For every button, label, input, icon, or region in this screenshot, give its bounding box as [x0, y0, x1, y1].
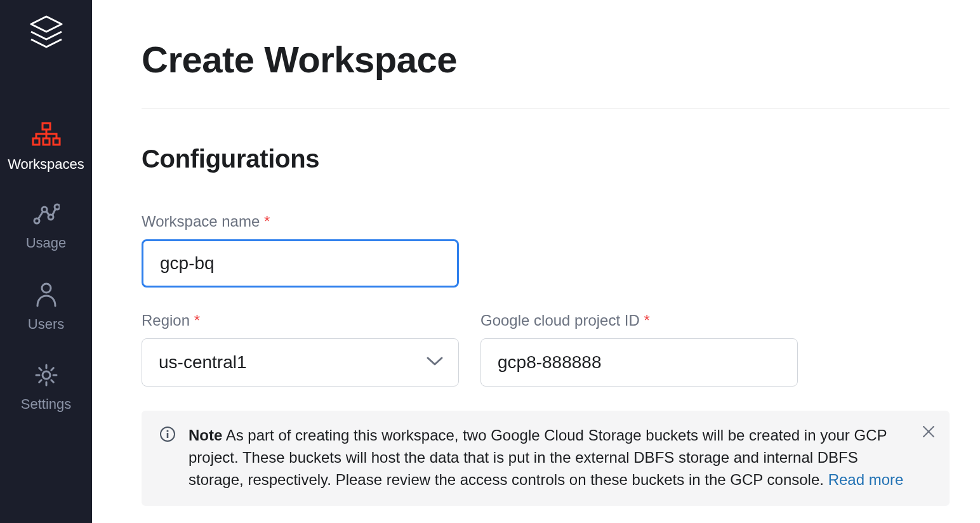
close-icon[interactable]	[922, 425, 936, 441]
form-group-project-id: Google cloud project ID *	[480, 312, 798, 387]
svg-rect-3	[53, 138, 60, 145]
form-group-workspace-name: Workspace name *	[142, 213, 459, 288]
sidebar-item-workspaces[interactable]: Workspaces	[0, 110, 92, 192]
sidebar-item-label: Usage	[26, 235, 67, 251]
svg-point-9	[43, 371, 50, 379]
region-label: Region *	[142, 312, 459, 329]
section-title: Configurations	[142, 145, 950, 173]
svg-point-11	[166, 430, 168, 432]
info-icon	[159, 426, 176, 445]
sidebar: Workspaces Usage Users	[0, 0, 92, 523]
sidebar-item-label: Users	[28, 316, 64, 333]
region-select[interactable]: us-central1	[142, 338, 459, 387]
svg-point-8	[42, 284, 51, 293]
sidebar-item-label: Settings	[21, 396, 72, 413]
svg-point-7	[55, 204, 60, 209]
page-title: Create Workspace	[142, 38, 950, 81]
workspace-name-label: Workspace name *	[142, 213, 459, 230]
required-asterisk: *	[644, 312, 649, 329]
project-id-label: Google cloud project ID *	[480, 312, 798, 329]
main-content: Create Workspace Configurations Workspac…	[92, 0, 980, 523]
region-select-value: us-central1	[159, 352, 247, 373]
svg-rect-12	[167, 433, 169, 438]
note-text: Note As part of creating this workspace,…	[189, 425, 932, 491]
form-group-region: Region * us-central1	[142, 312, 459, 387]
note-read-more-link[interactable]: Read more	[828, 471, 904, 488]
required-asterisk: *	[264, 213, 270, 230]
sidebar-item-usage[interactable]: Usage	[0, 192, 92, 270]
logo-icon[interactable]	[27, 13, 65, 53]
note-box: Note As part of creating this workspace,…	[142, 411, 950, 506]
divider	[142, 109, 950, 109]
svg-point-4	[34, 218, 39, 223]
svg-point-5	[42, 207, 47, 212]
sidebar-item-settings[interactable]: Settings	[0, 352, 92, 432]
note-body: As part of creating this workspace, two …	[189, 427, 887, 488]
gear-icon	[34, 363, 58, 390]
sidebar-item-users[interactable]: Users	[0, 270, 92, 352]
users-icon	[35, 282, 58, 310]
required-asterisk: *	[194, 312, 200, 329]
workspaces-icon	[32, 122, 61, 150]
svg-rect-1	[33, 138, 39, 145]
workspace-name-input[interactable]	[142, 239, 459, 288]
note-label: Note	[189, 427, 222, 444]
sidebar-item-label: Workspaces	[8, 156, 84, 173]
project-id-input[interactable]	[480, 338, 798, 387]
usage-icon	[33, 203, 60, 228]
svg-rect-2	[43, 138, 50, 145]
svg-rect-0	[43, 123, 50, 129]
